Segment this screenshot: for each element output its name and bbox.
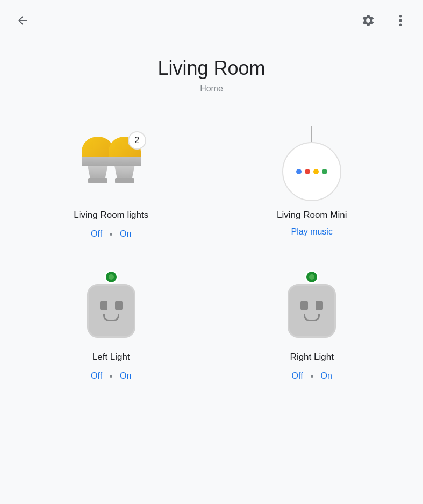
lights-icon-wrapper: 2 <box>74 126 149 201</box>
right-plug-icon-wrapper <box>274 268 349 343</box>
left-plug-indicator <box>104 270 118 284</box>
mini-icon-wrapper <box>274 126 349 201</box>
dot-green <box>322 169 327 174</box>
left-plug-icon <box>84 273 138 338</box>
back-button[interactable] <box>11 9 34 32</box>
device-card-right-light[interactable]: Right Light Off On <box>212 257 413 399</box>
mini-wire <box>311 126 312 142</box>
right-light-control-row: Off On <box>291 369 333 383</box>
right-light-on-button[interactable]: On <box>320 369 333 383</box>
room-subtitle: Home <box>0 84 423 94</box>
back-icon <box>16 14 29 27</box>
room-title: Living Room <box>0 57 423 80</box>
left-light-control-row: Off On <box>90 369 132 383</box>
left-light-on-button[interactable]: On <box>119 369 132 383</box>
more-button[interactable] <box>389 9 412 32</box>
left-light-off-button[interactable]: Off <box>90 369 103 383</box>
lights-ctrl-separator <box>110 233 112 236</box>
lights-control-row: Off On <box>90 227 132 241</box>
settings-icon <box>361 13 375 27</box>
mini-circle <box>282 142 341 201</box>
right-light-ctrl-separator <box>311 375 313 378</box>
more-icon <box>399 14 402 27</box>
left-plug-mouth <box>103 314 119 321</box>
lights-device-name: Living Room lights <box>74 210 148 221</box>
svg-point-2 <box>399 24 402 26</box>
mini-control-row: Play music <box>291 227 333 237</box>
play-music-button[interactable]: Play music <box>291 227 333 237</box>
header-left <box>11 9 34 32</box>
device-card-left-light[interactable]: Left Light Off On <box>11 257 212 399</box>
header <box>0 0 423 41</box>
settings-button[interactable] <box>356 9 380 32</box>
svg-point-1 <box>399 19 402 22</box>
right-plug-eye-left <box>300 301 308 310</box>
mini-icon <box>279 126 344 201</box>
left-light-ctrl-separator <box>110 375 112 378</box>
left-plug-eye-left <box>100 301 107 310</box>
lights-on-button[interactable]: On <box>119 227 132 241</box>
title-area: Living Room Home <box>0 57 423 94</box>
right-plug-eyes <box>300 301 323 310</box>
left-plug-eyes <box>100 301 123 310</box>
left-light-device-name: Left Light <box>92 352 130 363</box>
device-card-mini[interactable]: Living Room Mini Play music <box>212 115 413 257</box>
header-right <box>356 9 412 32</box>
right-light-device-name: Right Light <box>290 352 334 363</box>
right-light-off-button[interactable]: Off <box>291 369 304 383</box>
right-plug-indicator <box>305 270 319 284</box>
bulb-count-badge: 2 <box>128 131 146 150</box>
right-plug-mouth <box>304 314 320 321</box>
right-plug-body <box>288 284 336 338</box>
lights-off-button[interactable]: Off <box>90 227 103 241</box>
right-plug-icon <box>285 273 339 338</box>
dot-red <box>305 169 310 174</box>
mini-dots <box>296 169 327 174</box>
device-card-lights[interactable]: 2 Living Room lights Off On <box>11 115 212 257</box>
device-grid: 2 Living Room lights Off On <box>0 115 423 399</box>
right-plug-eye-right <box>316 301 323 310</box>
mini-device-name: Living Room Mini <box>277 210 347 221</box>
right-plug-indicator-inner <box>309 274 314 280</box>
bulbs-icon: 2 <box>76 131 146 196</box>
left-plug-indicator-inner <box>109 274 114 280</box>
dot-yellow <box>313 169 319 174</box>
left-plug-eye-right <box>115 301 123 310</box>
left-plug-body <box>87 284 135 338</box>
left-plug-icon-wrapper <box>74 268 149 343</box>
svg-point-0 <box>399 15 402 18</box>
dot-blue <box>296 169 302 174</box>
